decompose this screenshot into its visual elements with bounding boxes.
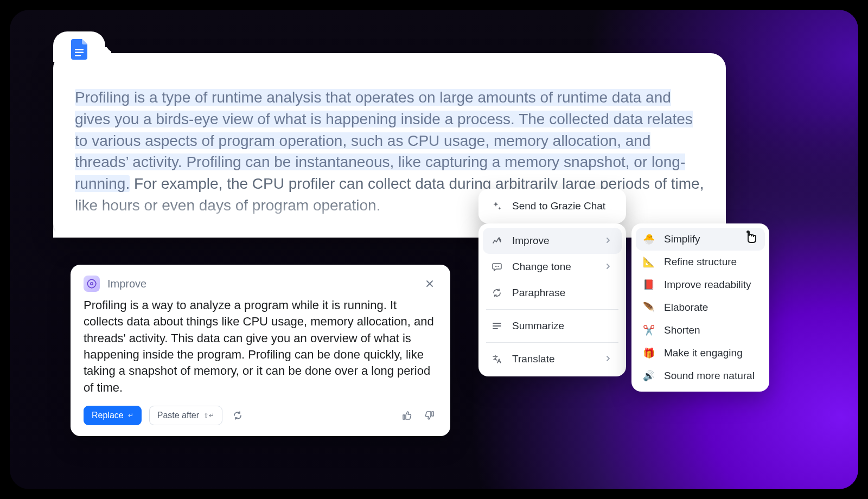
submenu-item-make-engaging[interactable]: 🎁 Make it engaging [636,342,765,364]
chevron-right-icon [604,261,612,273]
svg-point-6 [498,266,499,267]
submenu-label-sound-natural: Sound more natural [664,370,755,382]
result-title: Improve [107,278,146,290]
menu-item-send-to-chat[interactable]: Send to Grazie Chat [483,193,622,219]
improve-readability-icon: 📕 [642,279,655,291]
submenu-label-elaborate: Elaborate [664,302,708,314]
submenu-item-refine-structure[interactable]: 📐 Refine structure [636,251,765,273]
menu-label-improve: Improve [512,235,550,247]
submenu-label-shorten: Shorten [664,324,700,336]
menu-label-summarize: Summarize [512,320,564,332]
paste-after-kbd: ⇧↵ [203,412,214,419]
menu-item-summarize[interactable]: Summarize [483,313,622,339]
result-panel: Improve Profiling is a way to analyze a … [71,265,450,436]
replace-button[interactable]: Replace ↵ [84,406,142,425]
svg-rect-0 [75,49,84,50]
svg-point-4 [495,266,496,267]
sparkle-icon [490,200,503,213]
menu-label-change-tone: Change tone [512,261,571,273]
close-icon[interactable] [422,276,437,291]
result-actions: Replace ↵ Paste after ⇧↵ [84,406,437,425]
refine-structure-icon: 📐 [642,256,655,268]
menu-label-translate: Translate [512,353,555,365]
chevron-right-icon [604,353,612,365]
submenu-item-elaborate[interactable]: 🪶 Elaborate [636,296,765,319]
simplify-icon: 🐣 [642,233,655,245]
result-body-text: Profiling is a way to analyze a program … [84,297,437,396]
menu-item-change-tone[interactable]: Change tone [483,254,622,280]
stage: Profiling is a type of runtime analysis … [10,10,858,489]
menu-separator [486,342,618,343]
replace-button-label: Replace [92,411,124,420]
context-menu-top: Send to Grazie Chat [478,189,626,223]
chevron-right-icon [604,235,612,247]
submenu-label-refine-structure: Refine structure [664,256,737,268]
regenerate-icon[interactable] [230,408,245,423]
replace-kbd: ↵ [128,412,133,419]
svg-point-3 [91,283,93,285]
submenu-item-shorten[interactable]: ✂️ Shorten [636,319,765,342]
thumbs-up-icon[interactable] [399,408,414,423]
submenu-item-simplify[interactable]: 🐣 Simplify [636,228,765,251]
shorten-icon: ✂️ [642,324,655,336]
menu-item-improve[interactable]: Improve [483,228,622,254]
submenu-item-sound-natural[interactable]: 🔊 Sound more natural [636,364,765,387]
paste-after-button[interactable]: Paste after ⇧↵ [149,406,222,425]
improve-icon [490,234,503,247]
menu-label-send-to-chat: Send to Grazie Chat [512,200,605,212]
menu-separator [486,309,618,310]
chat-icon [490,260,503,273]
context-menu: Improve Change tone Paraphrase S [478,223,626,376]
submenu-label-make-engaging: Make it engaging [664,347,743,359]
svg-point-5 [496,266,497,267]
refresh-icon [490,286,503,299]
submenu-item-improve-readability[interactable]: 📕 Improve readability [636,273,765,296]
menu-label-paraphrase: Paraphrase [512,287,565,299]
menu-item-translate[interactable]: Translate [483,346,622,372]
translate-icon [490,353,503,366]
sound-natural-icon: 🔊 [642,370,655,382]
grazie-icon [84,276,100,292]
submenu-label-improve-readability: Improve readability [664,279,751,291]
paste-after-label: Paste after [157,411,199,420]
summarize-icon [490,319,503,332]
improve-submenu: 🐣 Simplify 📐 Refine structure 📕 Improve … [631,223,769,392]
menu-item-paraphrase[interactable]: Paraphrase [483,280,622,306]
submenu-label-simplify: Simplify [664,233,700,245]
elaborate-icon: 🪶 [642,302,655,314]
make-engaging-icon: 🎁 [642,347,655,359]
thumbs-down-icon[interactable] [422,408,437,423]
